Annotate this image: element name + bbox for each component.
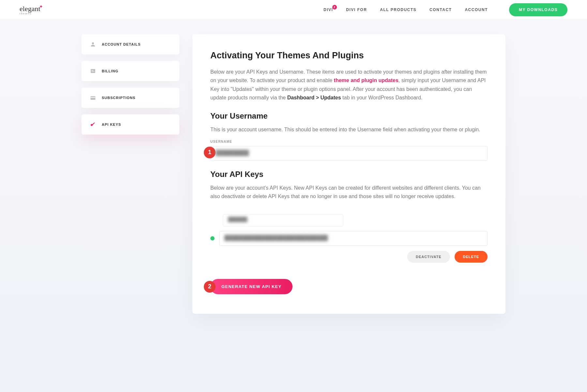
apikeys-desc: Below are your account's API Keys. New A… — [210, 184, 488, 201]
star-icon: ✦ — [39, 4, 43, 9]
nav-divi[interactable]: DIVI 2 — [324, 7, 333, 12]
svg-rect-2 — [92, 70, 94, 71]
deactivate-button[interactable]: DEACTIVATE — [407, 251, 450, 263]
username-label: USERNAME — [210, 140, 488, 143]
sidebar-label-account: ACCOUNT DETAILS — [102, 42, 141, 46]
billing-icon — [90, 68, 96, 74]
nav-all-products[interactable]: ALL PRODUCTS — [380, 7, 416, 12]
nav-account[interactable]: ACCOUNT — [465, 7, 488, 12]
step-1-badge: 1 — [204, 147, 216, 158]
apikeys-heading: Your API Keys — [210, 170, 488, 179]
sidebar-item-subscriptions[interactable]: SUBSCRIPTIONS — [82, 88, 179, 108]
sidebar: ACCOUNT DETAILS BILLING SUBSCRIPTIONS AP… — [82, 34, 179, 314]
page-title: Activating Your Themes And Plugins — [210, 51, 488, 61]
intro-text: Below are your API Keys and Username. Th… — [210, 68, 488, 102]
svg-rect-4 — [92, 72, 95, 72]
username-heading: Your Username — [210, 111, 488, 121]
sidebar-item-account[interactable]: ACCOUNT DETAILS — [82, 34, 179, 54]
subscriptions-icon — [90, 95, 96, 101]
status-active-icon — [210, 236, 215, 240]
svg-rect-8 — [92, 123, 95, 125]
api-key-row: ████████████████████████████ — [210, 231, 488, 246]
dashboard-updates-bold: Dashboard > Updates — [287, 95, 341, 100]
theme-updates-link[interactable]: theme and plugin updates — [334, 78, 399, 83]
sidebar-label-subscriptions: SUBSCRIPTIONS — [102, 96, 135, 100]
user-icon — [90, 41, 96, 47]
username-input[interactable] — [210, 146, 488, 161]
api-actions: DEACTIVATE DELETE — [210, 251, 488, 263]
logo[interactable]: elegant✦ themes — [20, 5, 40, 15]
header: elegant✦ themes DIVI 2 DIVI FOR ALL PROD… — [0, 0, 587, 20]
svg-rect-6 — [91, 97, 96, 98]
main-panel: Activating Your Themes And Plugins Below… — [192, 34, 505, 314]
generate-api-key-button[interactable]: GENERATE NEW API KEY — [210, 279, 293, 294]
my-downloads-button[interactable]: MY DOWNLOADS — [509, 3, 567, 16]
nav-contact[interactable]: CONTACT — [429, 7, 452, 12]
username-desc: This is your account username. This shou… — [210, 125, 488, 134]
nav: DIVI 2 DIVI FOR ALL PRODUCTS CONTACT ACC… — [324, 3, 567, 16]
sidebar-item-billing[interactable]: BILLING — [82, 61, 179, 81]
nav-badge: 2 — [332, 5, 337, 9]
svg-point-0 — [92, 42, 94, 44]
sidebar-label-billing: BILLING — [102, 69, 118, 73]
delete-button[interactable]: DELETE — [455, 251, 488, 263]
sidebar-label-apikeys: API KEYS — [102, 123, 121, 126]
key-icon — [90, 122, 96, 127]
svg-rect-3 — [92, 71, 95, 71]
step-2-badge: 2 — [204, 281, 216, 293]
sidebar-item-apikeys[interactable]: API KEYS — [82, 114, 179, 135]
logo-main: elegant — [20, 5, 40, 13]
container: ACCOUNT DETAILS BILLING SUBSCRIPTIONS AP… — [82, 20, 505, 328]
nav-divi-for[interactable]: DIVI FOR — [346, 7, 367, 12]
